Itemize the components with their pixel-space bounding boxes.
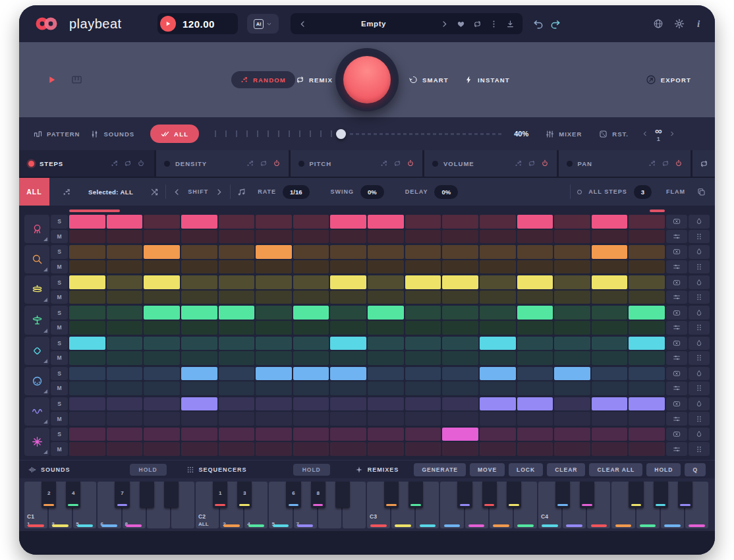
loop-icon[interactable] — [528, 159, 536, 167]
mod-step-4[interactable] — [181, 291, 217, 304]
humanize-button[interactable] — [689, 275, 710, 289]
mod-step-2[interactable] — [107, 230, 143, 244]
step-4[interactable] — [181, 245, 217, 259]
mod-step-4[interactable] — [181, 321, 217, 335]
mod-step-15[interactable] — [592, 260, 628, 274]
step-10[interactable] — [405, 428, 441, 441]
ai-generator-button[interactable]: AI — [247, 14, 279, 34]
step-6[interactable] — [256, 367, 292, 381]
step-5[interactable] — [219, 215, 255, 229]
power-icon[interactable] — [273, 159, 281, 167]
step-12[interactable] — [480, 367, 516, 381]
step-11[interactable] — [442, 337, 478, 350]
track-icon-hihat[interactable] — [24, 275, 49, 304]
sounds-view-button[interactable]: SOUNDS — [90, 130, 134, 138]
black-key-32[interactable] — [482, 482, 497, 508]
mod-step-11[interactable] — [442, 291, 478, 304]
instant-mode-button[interactable]: INSTANT — [465, 76, 510, 84]
reload-preset-button[interactable] — [473, 20, 482, 28]
step-13[interactable] — [517, 215, 553, 229]
step-7[interactable] — [293, 245, 329, 259]
mod-step-5[interactable] — [219, 291, 255, 304]
drag-handle[interactable] — [689, 381, 710, 395]
mod-step-9[interactable] — [368, 442, 404, 456]
step-8[interactable] — [330, 215, 366, 229]
mixer-button[interactable]: MIXER — [546, 130, 582, 138]
black-key-46[interactable] — [678, 482, 692, 508]
mod-step-6[interactable] — [256, 321, 292, 335]
step-11[interactable] — [442, 397, 478, 411]
drag-handle[interactable] — [689, 230, 710, 244]
mute-button[interactable]: M — [51, 230, 68, 244]
step-7[interactable] — [293, 215, 329, 229]
mod-step-7[interactable] — [293, 260, 329, 274]
clear-row-button[interactable] — [666, 337, 687, 350]
tab-steps[interactable]: STEPS — [19, 150, 154, 177]
step-2[interactable] — [107, 245, 143, 259]
step-4[interactable] — [181, 367, 217, 381]
solo-button[interactable]: S — [51, 275, 68, 289]
step-2[interactable] — [107, 367, 143, 381]
action-clear-all-button[interactable]: CLEAR ALL — [589, 463, 642, 476]
step-3[interactable] — [144, 397, 180, 411]
mod-step-6[interactable] — [256, 260, 292, 274]
step-1[interactable] — [69, 397, 105, 411]
mod-step-1[interactable] — [69, 381, 105, 395]
clear-row-button[interactable] — [666, 428, 687, 441]
mod-step-16[interactable] — [629, 230, 665, 244]
step-1[interactable] — [69, 367, 105, 381]
mod-step-10[interactable] — [405, 412, 441, 426]
track-icon-badge[interactable] — [24, 215, 49, 243]
mod-step-13[interactable] — [517, 260, 553, 274]
step-1[interactable] — [69, 245, 105, 259]
step-12[interactable] — [480, 245, 516, 259]
humanize-button[interactable] — [689, 367, 710, 381]
humanize-button[interactable] — [689, 245, 710, 259]
step-14[interactable] — [554, 337, 590, 350]
step-12[interactable] — [480, 215, 516, 229]
sync-button[interactable] — [692, 150, 715, 177]
step-3[interactable] — [144, 337, 180, 350]
hold-sequencers-button[interactable]: HOLD — [293, 464, 330, 476]
drag-handle[interactable] — [689, 351, 710, 365]
mod-step-6[interactable] — [256, 291, 292, 304]
mod-step-9[interactable] — [368, 412, 404, 426]
clear-row-button[interactable] — [666, 275, 687, 289]
track-icon-tambourine[interactable] — [24, 367, 49, 395]
power-icon[interactable] — [675, 159, 683, 167]
loop-prev-button[interactable] — [642, 130, 648, 137]
mute-button[interactable]: M — [51, 412, 68, 426]
step-11[interactable] — [442, 428, 478, 441]
step-3[interactable] — [144, 428, 180, 441]
mod-step-2[interactable] — [107, 412, 143, 426]
mod-step-15[interactable] — [592, 412, 628, 426]
mod-step-1[interactable] — [69, 230, 105, 244]
track-icon-wave[interactable] — [24, 397, 49, 426]
step-8[interactable] — [330, 367, 366, 381]
step-13[interactable] — [517, 367, 553, 381]
mod-step-16[interactable] — [629, 442, 665, 456]
save-preset-button[interactable] — [506, 20, 515, 28]
step-5[interactable] — [219, 337, 255, 350]
randomize-icon[interactable] — [111, 159, 119, 167]
mod-step-15[interactable] — [592, 442, 628, 456]
step-15[interactable] — [592, 215, 628, 229]
mod-step-14[interactable] — [554, 260, 590, 274]
black-key-8[interactable] — [140, 482, 154, 508]
step-9[interactable] — [368, 397, 404, 411]
mute-button[interactable]: M — [51, 291, 68, 304]
mod-step-15[interactable] — [592, 321, 628, 335]
mod-step-16[interactable] — [629, 412, 665, 426]
step-14[interactable] — [554, 245, 590, 259]
shift-right-button[interactable] — [215, 188, 223, 196]
mod-step-15[interactable] — [592, 381, 628, 395]
play-button[interactable] — [160, 16, 176, 32]
step-8[interactable] — [330, 337, 366, 350]
mod-step-12[interactable] — [480, 321, 516, 335]
loop-icon[interactable] — [260, 159, 268, 167]
preview-play-button[interactable] — [47, 75, 57, 85]
mod-step-2[interactable] — [107, 351, 143, 365]
step-6[interactable] — [256, 306, 292, 320]
mod-step-4[interactable] — [181, 260, 217, 274]
loop-icon[interactable] — [662, 159, 669, 167]
